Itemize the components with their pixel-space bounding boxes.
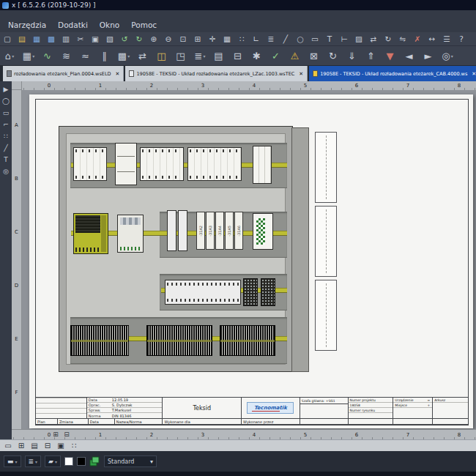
line-type-dropdown[interactable]: ▬▾	[4, 455, 21, 467]
dimension-annotation[interactable]	[315, 206, 337, 277]
slim-module[interactable]	[167, 210, 176, 251]
cabinet-side-flange[interactable]	[291, 127, 309, 372]
menu-item[interactable]: Dodatki	[53, 19, 93, 31]
zoom-in-icon[interactable]: ⊕	[146, 33, 161, 45]
fill-pattern-dropdown[interactable]: ▰▾	[45, 455, 61, 467]
slim-module-pair[interactable]	[167, 210, 189, 251]
pdf-export-icon[interactable]: ▼	[381, 48, 400, 64]
sheet-grid-icon[interactable]: ⊞	[51, 430, 60, 439]
ellipse-tool-icon[interactable]: ◯	[1, 95, 12, 106]
rotate-tool-icon[interactable]: ↻	[381, 33, 395, 45]
grid-toggle-icon[interactable]: ⊞	[16, 441, 26, 450]
prev-sheet-icon[interactable]: ◄	[400, 48, 419, 64]
bom-list-icon[interactable]: ≣▾	[190, 48, 209, 64]
relay-module-group[interactable]: -31A2-31A3-31A4-31A5-31A6	[196, 212, 243, 250]
snap-icon[interactable]: ∷	[234, 33, 249, 45]
drawing-canvas[interactable]: -31A2-31A3-31A4-31A5-31A6 Data12.05.19	[22, 90, 476, 429]
print-icon[interactable]: ▥	[59, 33, 73, 45]
relay-module[interactable]: -31A4	[215, 212, 224, 250]
menu-item[interactable]: Narzędzia	[3, 19, 51, 31]
zoom-fit-icon[interactable]: ⊞	[190, 33, 205, 45]
relay-module[interactable]: -31A2	[196, 212, 205, 250]
polyline-tool-icon[interactable]: ⌐	[1, 119, 12, 130]
new-document-icon[interactable]: ▢	[0, 33, 15, 45]
database-icon[interactable]: ⊟	[228, 48, 248, 64]
save-all-icon[interactable]: ▩	[44, 33, 59, 45]
ortho-mode-icon[interactable]: ∟	[249, 33, 264, 45]
terminal-tool-icon[interactable]: ∥	[95, 48, 114, 64]
zoom-window-icon[interactable]: ⊡	[176, 33, 190, 45]
cut-scissors-icon[interactable]: ✂	[73, 33, 88, 45]
search-icon[interactable]: ◎▾	[438, 48, 457, 64]
menu-item[interactable]: Okno	[94, 19, 124, 31]
menu-item[interactable]: Pomoc	[126, 19, 162, 31]
cross-reference-icon[interactable]: ⇄	[133, 48, 152, 64]
report-icon[interactable]: ▤	[209, 48, 228, 64]
terminal-strip[interactable]	[220, 325, 275, 356]
point-grid-icon[interactable]: ∷	[1, 130, 12, 141]
circuit-breaker-group[interactable]	[187, 147, 242, 181]
view-3d-icon[interactable]: ◳	[171, 48, 190, 64]
close-icon[interactable]: ✕	[472, 71, 476, 77]
paste-icon[interactable]: ▧	[103, 33, 117, 45]
rect-tool-icon[interactable]: ▭	[308, 33, 322, 45]
close-icon[interactable]: ✕	[299, 71, 303, 77]
slim-module[interactable]	[178, 210, 187, 251]
warning-list-icon[interactable]: ⚠	[286, 48, 305, 64]
fill-color-swatch[interactable]	[64, 457, 73, 466]
cable-tool-icon[interactable]: ≈	[76, 48, 95, 64]
layers-icon[interactable]: ≣	[264, 33, 278, 45]
dimension-annotation[interactable]	[315, 132, 337, 203]
zoom-tool-icon[interactable]: ◎	[1, 166, 12, 176]
grid-icon[interactable]: ▦	[220, 33, 234, 45]
terminal-block-row[interactable]	[165, 280, 241, 305]
copy-icon[interactable]: ▣	[88, 33, 103, 45]
export-icon[interactable]: ⇑	[362, 48, 381, 64]
properties-icon[interactable]: ☰	[439, 33, 454, 45]
text-tool-icon[interactable]: T	[322, 33, 337, 45]
pan-icon[interactable]: ✛	[205, 33, 220, 45]
circuit-breaker-group[interactable]	[73, 147, 107, 181]
wire-tool-icon[interactable]: ∿	[38, 48, 57, 64]
open-folder-icon[interactable]: ▤	[15, 33, 29, 45]
refresh-icon[interactable]: ↻	[324, 48, 343, 64]
zoom-out-icon[interactable]: ⊖	[161, 33, 176, 45]
relay-module[interactable]: -31A6	[234, 212, 243, 250]
plc-controller[interactable]	[73, 213, 108, 254]
text-insert-icon[interactable]: T	[1, 154, 12, 165]
layer-profile-select[interactable]: Standard ▾	[104, 455, 157, 467]
circuit-breaker-group[interactable]	[140, 147, 184, 181]
symbol-browser-icon[interactable]: ⌂▾	[0, 48, 19, 64]
page-frame-icon[interactable]: ▭	[3, 441, 13, 450]
select-tool-icon[interactable]: ▶	[1, 83, 12, 94]
terminal-strip[interactable]	[70, 325, 129, 356]
check-project-icon[interactable]: ✓	[267, 48, 286, 64]
dimension-annotation[interactable]	[315, 280, 337, 351]
collapse-icon[interactable]: ⊟	[42, 441, 53, 450]
undo-icon[interactable]: ↺	[117, 33, 132, 45]
mirror-tool-icon[interactable]: ⇋	[395, 33, 410, 45]
fill-mode-icon[interactable]: ▣	[56, 441, 66, 450]
lock-icon[interactable]: ⊠	[305, 48, 324, 64]
import-icon[interactable]: ⇓	[343, 48, 362, 64]
component-library-icon[interactable]: ▦▾	[19, 48, 38, 64]
redo-icon[interactable]: ↻	[132, 33, 146, 45]
drawing-sheet[interactable]: -31A2-31A3-31A4-31A5-31A6 Data12.05.19	[29, 94, 473, 428]
settings-icon[interactable]: ✱	[248, 48, 267, 64]
line-tool-icon[interactable]: ╱	[278, 33, 293, 45]
document-tab[interactable]: 19058E - TEKSID - Układ rozładowania ete…	[125, 66, 308, 81]
next-sheet-icon[interactable]: ►	[419, 48, 438, 64]
potential-tool-icon[interactable]: ≋	[57, 48, 76, 64]
power-supply-unit[interactable]	[253, 146, 272, 184]
rectangle-tool-icon[interactable]: ▭	[1, 107, 12, 118]
hatch-tool-icon[interactable]: ▨	[352, 33, 366, 45]
multipin-connector[interactable]	[243, 278, 258, 306]
close-icon[interactable]: ✕	[116, 71, 120, 77]
multipin-connector[interactable]	[261, 278, 275, 306]
circle-tool-icon[interactable]: ○	[293, 33, 308, 45]
save-disk-icon[interactable]: ▦	[29, 33, 44, 45]
document-tab[interactable]: 19058E - TEKSID - Układ rozładowania ete…	[309, 66, 476, 81]
snap-points-icon[interactable]: ∷	[69, 441, 79, 450]
panel-layout-icon[interactable]: ◫	[152, 48, 171, 64]
terminal-strip[interactable]	[146, 325, 212, 356]
